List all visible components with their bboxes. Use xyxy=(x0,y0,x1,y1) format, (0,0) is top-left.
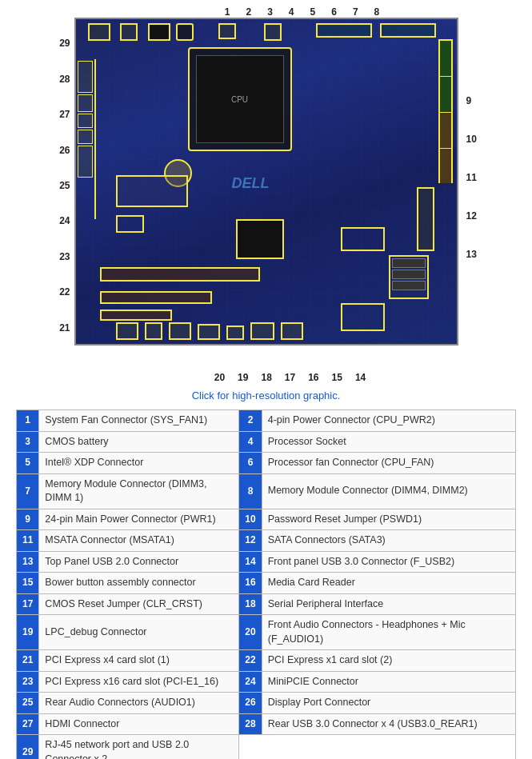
comp-16 xyxy=(341,303,385,331)
num-bot-16: 16 xyxy=(308,372,318,383)
comp-7 xyxy=(316,23,372,38)
table-num-4: 4 xyxy=(239,431,262,453)
comp-23 xyxy=(100,267,260,282)
num-left-29: 29 xyxy=(59,38,70,49)
high-res-link[interactable]: Click for high-resolution graphic. xyxy=(8,389,524,401)
table-label-25: Rear Audio Connectors (AUDIO1) xyxy=(39,693,239,714)
table-label-26: Display Port Connector xyxy=(262,693,515,714)
table-num-19: 19 xyxy=(17,615,39,650)
table-num-29: 29 xyxy=(17,735,39,760)
table-num-10: 10 xyxy=(239,509,262,530)
comp-5 xyxy=(218,23,236,39)
comp-2 xyxy=(120,23,138,41)
table-num-28: 28 xyxy=(239,713,262,735)
table-num-27: 27 xyxy=(17,713,39,735)
table-label-22: PCI Express x1 card slot (2) xyxy=(262,650,515,672)
table-num-26: 26 xyxy=(239,693,262,714)
num-right-11: 11 xyxy=(466,172,477,183)
num-top-7: 7 xyxy=(353,6,358,18)
comp-4 xyxy=(176,23,194,41)
num-right-13: 13 xyxy=(466,249,477,260)
table-num-20: 20 xyxy=(239,615,262,650)
table-num-21: 21 xyxy=(17,650,39,672)
table-num-7: 7 xyxy=(17,473,39,509)
num-top-6: 6 xyxy=(331,6,337,18)
table-num-14: 14 xyxy=(239,551,262,573)
table-num-11: 11 xyxy=(17,530,39,552)
num-left-24: 24 xyxy=(59,215,70,226)
num-left-23: 23 xyxy=(59,251,70,262)
table-num-1: 1 xyxy=(17,410,39,432)
table-label-6: Processor fan Connector (CPU_FAN) xyxy=(262,453,515,474)
num-top-1: 1 xyxy=(225,6,230,18)
num-left-25: 25 xyxy=(59,180,70,191)
table-label-13: Top Panel USB 2.0 Connector xyxy=(39,551,239,573)
num-bot-19: 19 xyxy=(238,372,248,383)
table-num-13: 13 xyxy=(17,551,39,573)
table-num-18: 18 xyxy=(239,593,262,615)
table-label-19: LPC_debug Connector xyxy=(39,615,239,650)
table-label-9: 24-pin Main Power Connector (PWR1) xyxy=(39,509,239,530)
table-num-3: 3 xyxy=(17,431,39,453)
parts-table: 1System Fan Connector (SYS_FAN1)24-pin P… xyxy=(16,409,516,759)
comp-12 xyxy=(389,255,429,299)
table-num-9: 9 xyxy=(17,509,39,530)
num-top-2: 2 xyxy=(246,6,251,18)
table-num-5: 5 xyxy=(17,453,39,474)
table-label-1: System Fan Connector (SYS_FAN1) xyxy=(39,410,239,432)
table-label-21: PCI Express x4 card slot (1) xyxy=(39,650,239,672)
num-right-10: 10 xyxy=(466,134,477,145)
table-num-25: 25 xyxy=(17,693,39,714)
table-label-12: SATA Connectors (SATA3) xyxy=(262,530,515,552)
io-panel xyxy=(76,59,96,219)
table-num-23: 23 xyxy=(17,671,39,693)
table-num-12: 12 xyxy=(239,530,262,552)
num-right-9: 9 xyxy=(466,95,472,106)
num-left-22: 22 xyxy=(59,286,70,298)
comp-22 xyxy=(236,219,284,259)
table-label-5: Intel® XDP Connector xyxy=(39,453,239,474)
num-bot-18: 18 xyxy=(261,372,271,383)
table-label-8: Memory Module Connector (DIMM4, DIMM2) xyxy=(262,473,515,509)
pcb-diagram: CPU DELL xyxy=(74,18,458,346)
table-label-29: RJ-45 network port and USB 2.0 Connector… xyxy=(39,735,239,760)
comp-3 xyxy=(148,23,170,41)
cpu-socket: CPU xyxy=(188,47,292,151)
num-left-21: 21 xyxy=(59,322,70,334)
comp-8 xyxy=(380,23,436,38)
table-label-18: Serial Peripheral Interface xyxy=(262,593,515,615)
table-num-6: 6 xyxy=(239,453,262,474)
table-num-15: 15 xyxy=(17,573,39,594)
bottom-number-row: 20 19 18 17 16 15 14 xyxy=(38,372,494,383)
num-top-5: 5 xyxy=(310,6,316,18)
table-label-4: Processor Socket xyxy=(262,431,515,453)
num-left-28: 28 xyxy=(59,74,70,85)
num-left-26: 26 xyxy=(59,145,70,156)
comp-25 xyxy=(116,215,144,233)
comp-24 xyxy=(116,175,188,207)
table-num-24: 24 xyxy=(239,671,262,693)
table-label-2: 4-pin Power Connector (CPU_PWR2) xyxy=(262,410,515,432)
table-label-20: Front Audio Connectors - Headphones + Mi… xyxy=(262,615,515,650)
table-label-3: CMOS battery xyxy=(39,431,239,453)
right-number-column: 9 10 11 12 13 xyxy=(466,18,494,370)
comp-11 xyxy=(341,227,385,251)
table-label-17: CMOS Reset Jumper (CLR_CRST) xyxy=(39,593,239,615)
table-num-22: 22 xyxy=(239,650,262,672)
table-label-24: MiniPCIE Connector xyxy=(262,671,515,693)
num-right-12: 12 xyxy=(466,210,477,222)
num-bot-20: 20 xyxy=(214,372,225,383)
num-left-27: 27 xyxy=(59,109,70,120)
table-num-16: 16 xyxy=(239,573,262,594)
top-number-row: 1 2 3 4 5 6 7 8 xyxy=(42,6,490,18)
table-label-15: Bower button assembly connector xyxy=(39,573,239,594)
num-bot-14: 14 xyxy=(355,372,366,383)
num-top-3: 3 xyxy=(267,6,273,18)
table-label-11: MSATA Connector (MSATA1) xyxy=(39,530,239,552)
num-top-8: 8 xyxy=(374,6,380,18)
dell-logo: DELL xyxy=(232,175,270,192)
table-num-17: 17 xyxy=(17,593,39,615)
table-label-27: HDMI Connector xyxy=(39,713,239,735)
table-label-10: Password Reset Jumper (PSWD1) xyxy=(262,509,515,530)
table-num-2: 2 xyxy=(239,410,262,432)
